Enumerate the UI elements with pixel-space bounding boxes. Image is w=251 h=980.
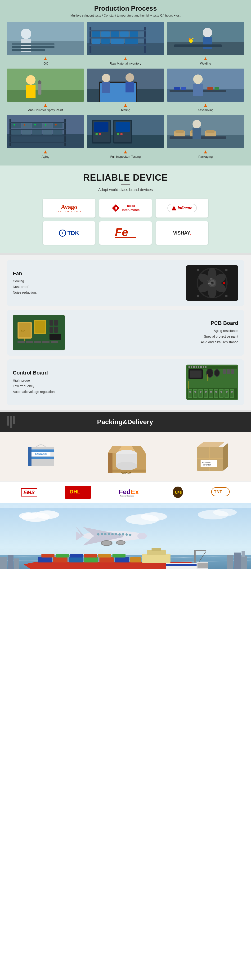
package-2: AC DRIVE xyxy=(103,439,150,474)
brand-vishay: VISHAY. xyxy=(155,221,208,245)
packing-title: Packing&Delivery xyxy=(18,418,232,426)
arrow-iqc: ▲ xyxy=(43,56,48,61)
label-packaging: Packaging xyxy=(198,155,213,158)
svg-rect-138 xyxy=(42,341,50,343)
svg-point-98 xyxy=(192,120,201,128)
feature-fan-text: Fan CoolingDust-proofNoise reduction. xyxy=(13,270,181,295)
svg-point-176 xyxy=(207,369,213,377)
svg-marker-208 xyxy=(223,442,228,471)
feature-ctrl: Control Board High torqueLow frequencyAu… xyxy=(7,360,244,405)
brand-infineon: infineon xyxy=(155,199,208,218)
svg-rect-22 xyxy=(125,38,138,44)
svg-rect-131 xyxy=(50,320,53,326)
svg-point-72 xyxy=(13,124,15,126)
svg-rect-255 xyxy=(38,557,52,562)
arrow-assembling: ▲ xyxy=(203,103,208,108)
svg-rect-186 xyxy=(196,366,197,368)
svg-rect-58 xyxy=(10,122,66,123)
svg-rect-20 xyxy=(101,38,110,44)
reliable-subtitle: Adopt world-class brand devices xyxy=(10,188,241,192)
svg-rect-137 xyxy=(34,341,41,343)
process-photo-iqc xyxy=(7,22,84,55)
reliable-underline xyxy=(121,184,130,185)
svg-text:SAMSUNG: SAMSUNG xyxy=(35,453,47,455)
process-grid: ▲ IQC xyxy=(7,22,244,158)
features-section: Fan CoolingDust-proofNoise reduction. xyxy=(0,255,251,410)
feature-pcb-img: CAP xyxy=(13,315,65,350)
tdk-text: TDK xyxy=(67,230,79,236)
svg-point-247 xyxy=(102,541,111,545)
svg-rect-99 xyxy=(192,128,201,139)
svg-point-238 xyxy=(122,533,124,536)
svg-text:INVERTER: INVERTER xyxy=(203,464,211,466)
svg-point-75 xyxy=(45,124,46,126)
svg-rect-15 xyxy=(101,32,110,37)
svg-point-29 xyxy=(192,38,193,39)
svg-rect-179 xyxy=(223,369,225,374)
process-photo-testing xyxy=(87,68,164,102)
svg-point-43 xyxy=(126,73,134,82)
svg-rect-285 xyxy=(241,551,245,557)
svg-rect-5 xyxy=(12,46,54,48)
svg-rect-70 xyxy=(43,130,52,135)
svg-text:Ex: Ex xyxy=(131,488,139,496)
svg-rect-11 xyxy=(90,30,146,32)
svg-rect-183 xyxy=(189,366,190,368)
transport-section xyxy=(0,503,251,569)
svg-point-74 xyxy=(34,124,36,126)
production-section: Production Process Multiple stringent te… xyxy=(0,0,251,165)
svg-rect-44 xyxy=(126,82,134,92)
svg-text:ED: ED xyxy=(210,278,213,280)
feature-ctrl-text: Control Board High torqueLow frequencyAu… xyxy=(13,370,181,395)
svg-point-41 xyxy=(102,74,110,82)
reliable-section: RELIABLE DEVICE Adopt world-class brand … xyxy=(0,165,251,253)
process-item-aging: ▲ Aging xyxy=(7,115,84,158)
svg-rect-65 xyxy=(43,123,52,128)
label-assembling: Assembling xyxy=(197,108,213,112)
svg-text:Fe: Fe xyxy=(115,226,128,239)
svg-rect-66 xyxy=(53,123,62,128)
svg-rect-30 xyxy=(174,45,222,47)
svg-rect-12 xyxy=(90,37,146,38)
svg-point-48 xyxy=(193,75,203,84)
svg-text:AC DRIVE: AC DRIVE xyxy=(202,461,211,463)
arrow-spray: ▲ xyxy=(43,103,48,108)
svg-rect-134 xyxy=(54,327,58,332)
feature-fan-desc: CoolingDust-proofNoise reduction. xyxy=(13,278,181,295)
svg-rect-17 xyxy=(120,32,129,37)
svg-point-86 xyxy=(99,133,101,135)
process-photo-full xyxy=(87,115,164,148)
svg-rect-259 xyxy=(99,557,114,562)
fe-text: Fe xyxy=(114,226,137,240)
svg-rect-272 xyxy=(166,563,201,569)
label-testing: Testing xyxy=(120,108,130,112)
package-1: SAMSUNG xyxy=(23,440,61,473)
svg-point-33 xyxy=(26,75,35,84)
gap1 xyxy=(0,253,251,255)
svg-rect-266 xyxy=(98,554,111,557)
svg-text:Federal Express: Federal Express xyxy=(120,495,134,496)
svg-point-227 xyxy=(141,512,167,521)
svg-rect-195 xyxy=(28,457,54,460)
svg-rect-281 xyxy=(14,558,19,569)
svg-point-87 xyxy=(117,133,119,135)
svg-rect-67 xyxy=(11,130,21,135)
svg-point-225 xyxy=(19,512,38,519)
ti-icon xyxy=(112,204,120,212)
feature-fan-img: SP ED HI LO OFF xyxy=(186,265,238,301)
arrow-aging: ▲ xyxy=(43,149,48,154)
svg-point-249 xyxy=(117,541,125,544)
svg-rect-184 xyxy=(191,366,192,368)
svg-rect-51 xyxy=(181,87,186,90)
svg-rect-185 xyxy=(193,366,195,368)
svg-point-115 xyxy=(225,269,227,271)
svg-point-76 xyxy=(55,124,57,126)
svg-rect-182 xyxy=(187,366,237,369)
label-raw: Raw Material Inventory xyxy=(110,62,141,65)
svg-rect-59 xyxy=(10,129,66,130)
svg-point-239 xyxy=(118,533,121,536)
svg-point-245 xyxy=(97,533,99,536)
courier-ups: UPS xyxy=(173,487,183,498)
svg-point-204 xyxy=(116,462,137,470)
feature-pcb-desc: Aging resistanceSpecial protective paint… xyxy=(70,328,238,345)
